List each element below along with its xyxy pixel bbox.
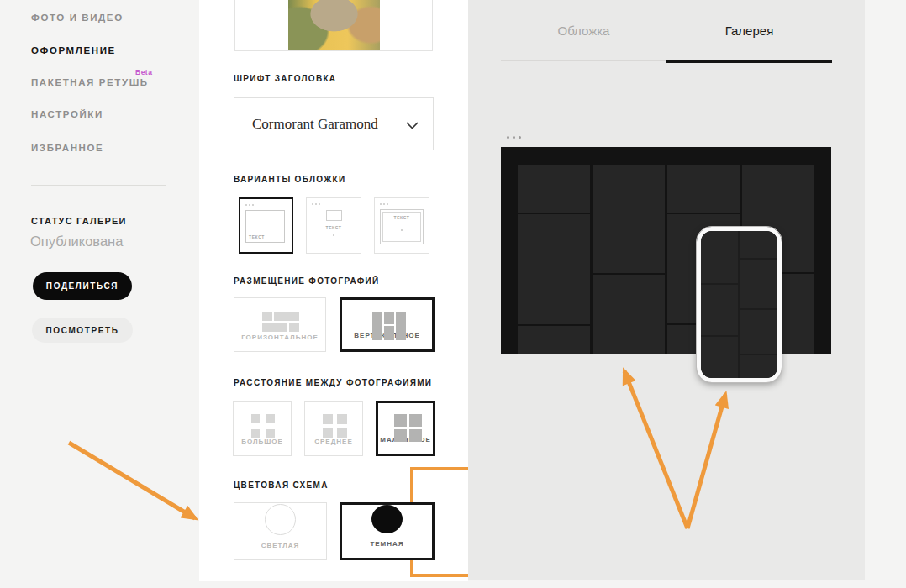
mock-cover-text: ТЕКСТ — [383, 215, 420, 220]
preview-photo-tile — [740, 231, 777, 258]
title-font-select[interactable]: Cormorant Garamond — [234, 97, 434, 150]
photo-layout-section-label: РАЗМЕЩЕНИЕ ФОТОГРАФИЙ — [234, 276, 380, 286]
mock-window-dots-icon — [312, 203, 320, 205]
color-scheme-option-dark[interactable]: ТЕМНАЯ — [340, 502, 435, 560]
color-scheme-section-label: ЦВЕТОВАЯ СХЕМА — [234, 480, 329, 490]
cover-variant-option-3[interactable]: ТЕКСТ — [374, 197, 429, 254]
cover-variant-option-2[interactable]: ТЕКСТ — [306, 197, 361, 254]
spacing-small-icon — [394, 414, 422, 442]
sidebar: ФОТО И ВИДЕО ОФОРМЛЕНИЕ ПАКЕТНАЯ РЕТУШЬ … — [0, 0, 199, 588]
desktop-gallery-preview — [501, 147, 831, 354]
phone-gallery-grid — [701, 231, 777, 378]
gallery-status-label: СТАТУС ГАЛЕРЕИ — [31, 216, 127, 226]
gallery-status-value: Опубликована — [30, 234, 123, 249]
preview-photo-tile — [518, 165, 590, 213]
cover-variants-section-label: ВАРИАНТЫ ОБЛОЖКИ — [234, 175, 345, 184]
tab-underline-inactive — [501, 60, 666, 61]
tab-cover[interactable]: Обложка — [501, 0, 666, 61]
title-font-value: Cormorant Garamond — [252, 116, 378, 133]
cover-variant-option-1[interactable]: ТЕКСТ — [239, 197, 293, 254]
preview-photo-tile — [740, 260, 777, 308]
sidebar-item-batch-retouch[interactable]: ПАКЕТНАЯ РЕТУШЬ Beta — [31, 77, 149, 87]
spacing-option-large[interactable]: БОЛЬШОЕ — [233, 401, 292, 456]
cover-photo-thumbnail — [288, 0, 380, 50]
mock-dot — [333, 234, 334, 236]
sidebar-item-photo-video[interactable]: ФОТО И ВИДЕО — [31, 13, 124, 23]
option-label: БОЛЬШОЕ — [241, 438, 283, 445]
mock-window-dots-icon — [380, 203, 388, 205]
mock-dot — [401, 229, 403, 231]
tab-gallery[interactable]: Галерея — [666, 0, 832, 61]
option-label: СРЕДНЕЕ — [314, 438, 353, 445]
sidebar-divider — [31, 185, 166, 186]
mock-window-dots-icon — [245, 204, 254, 206]
photo-spacing-section-label: РАССТОЯНИЕ МЕЖДУ ФОТОГРАФИЯМИ — [234, 378, 432, 387]
spacing-option-medium[interactable]: СРЕДНЕЕ — [304, 401, 363, 456]
preview-photo-tile — [518, 214, 590, 324]
spacing-large-icon — [251, 414, 275, 438]
vertical-layout-icon — [372, 312, 407, 340]
cover-photo-box — [234, 0, 433, 51]
view-button[interactable]: ПОСМОТРЕТЬ — [32, 318, 133, 343]
option-label: ТЕМНАЯ — [370, 540, 403, 548]
option-label: СВЕТЛАЯ — [261, 542, 300, 549]
color-scheme-option-light[interactable]: СВЕТЛАЯ — [234, 502, 327, 560]
spacing-medium-icon — [323, 414, 347, 438]
layout-option-horizontal[interactable]: ГОРИЗОНТАЛЬНОЕ — [234, 297, 326, 352]
option-label: ГОРИЗОНТАЛЬНОЕ — [241, 333, 319, 341]
preview-photo-tile — [701, 231, 738, 283]
beta-badge: Beta — [135, 68, 152, 76]
preview-photo-tile — [518, 326, 590, 354]
preview-photo-tile — [740, 355, 777, 378]
sidebar-item-design[interactable]: ОФОРМЛЕНИЕ — [31, 45, 116, 55]
sidebar-item-favorites[interactable]: ИЗБРАННОЕ — [31, 143, 103, 153]
spacing-option-small[interactable]: МАЛЕНЬКОЕ — [376, 401, 435, 456]
window-dots-icon — [507, 136, 521, 139]
preview-photo-tile — [701, 285, 738, 335]
preview-photo-tile — [593, 165, 665, 273]
dark-scheme-icon — [371, 505, 403, 533]
preview-photo-tile — [593, 275, 665, 354]
title-font-section-label: ШРИФТ ЗАГОЛОВКА — [234, 74, 336, 83]
layout-option-vertical[interactable]: ВЕРТИКАЛЬНОЕ — [340, 297, 435, 352]
phone-gallery-preview — [697, 227, 782, 382]
tab-underline-active — [666, 60, 832, 63]
preview-photo-tile — [667, 165, 740, 213]
light-scheme-icon — [265, 504, 296, 535]
mock-cover-text: ТЕКСТ — [249, 234, 265, 239]
mock-cover-text: ТЕКСТ — [307, 225, 361, 230]
gallery-preview-panel: Обложка Галерея — [468, 0, 865, 580]
share-button[interactable]: ПОДЕЛИТЬСЯ — [33, 272, 132, 300]
preview-photo-tile — [701, 337, 738, 378]
design-settings-panel: ШРИФТ ЗАГОЛОВКА Cormorant Garamond ВАРИА… — [199, 0, 468, 581]
sidebar-item-label: ПАКЕТНАЯ РЕТУШЬ — [31, 77, 149, 87]
chevron-down-icon — [406, 122, 419, 129]
horizontal-layout-icon — [262, 312, 299, 332]
sidebar-item-settings[interactable]: НАСТРОЙКИ — [31, 109, 103, 119]
preview-photo-tile — [740, 310, 777, 354]
